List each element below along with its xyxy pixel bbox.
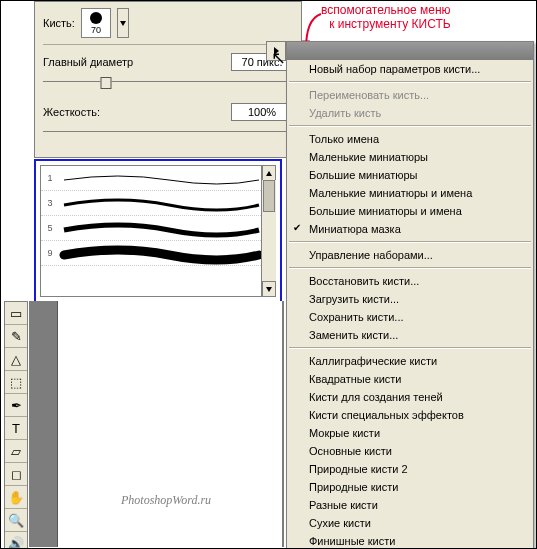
menu-item-lib[interactable]: Квадратные кисти bbox=[287, 370, 533, 388]
menu-item-load[interactable]: Загрузить кисти... bbox=[287, 290, 533, 308]
brush-set-box: 1 3 5 9 bbox=[34, 159, 282, 303]
menu-item-save[interactable]: Сохранить кисти... bbox=[287, 308, 533, 326]
tool-button[interactable]: ▭ bbox=[5, 302, 27, 325]
menu-item-replace[interactable]: Заменить кисти... bbox=[287, 326, 533, 344]
brush-size-number: 70 bbox=[91, 25, 101, 35]
hardness-slider[interactable] bbox=[43, 125, 293, 139]
tool-button[interactable]: ◻ bbox=[5, 463, 27, 486]
tool-button[interactable]: 🔍 bbox=[5, 509, 27, 532]
menu-item-view[interactable]: Большие миниатюры bbox=[287, 166, 533, 184]
brush-context-menu: Новый набор параметров кисти... Переимен… bbox=[286, 41, 534, 549]
tool-button[interactable]: ✒ bbox=[5, 394, 27, 417]
brush-options-panel: Кисть: 70 Главный диаметр 70 пикс. Жестк… bbox=[34, 1, 302, 158]
menu-item-lib[interactable]: Природные кисти 2 bbox=[287, 460, 533, 478]
diameter-label: Главный диаметр bbox=[43, 56, 231, 68]
watermark: PhotoshopWord.ru bbox=[121, 493, 211, 508]
tool-button[interactable]: △ bbox=[5, 348, 27, 371]
scroll-up-button[interactable] bbox=[262, 165, 276, 180]
chevron-up-icon bbox=[266, 171, 272, 176]
menu-item-view[interactable]: Маленькие миниатюры и имена bbox=[287, 184, 533, 202]
brush-row[interactable]: 1 bbox=[41, 166, 275, 191]
menu-item-lib[interactable]: Основные кисти bbox=[287, 442, 533, 460]
toolbox: ▭ ✎ △ ⬚ ✒ T ▱ ◻ ✋ 🔍 🔊 bbox=[4, 301, 28, 549]
brush-row[interactable]: 3 bbox=[41, 191, 275, 216]
scroll-thumb[interactable] bbox=[263, 180, 275, 212]
brush-row[interactable]: 9 bbox=[41, 241, 275, 266]
tool-button[interactable]: ▱ bbox=[5, 440, 27, 463]
menu-item-manage[interactable]: Управление наборами... bbox=[287, 246, 533, 264]
menu-item-view[interactable]: Большие миниатюры и имена bbox=[287, 202, 533, 220]
menu-header bbox=[287, 42, 533, 60]
hardness-label: Жесткость: bbox=[43, 106, 231, 118]
menu-item-view[interactable]: Маленькие миниатюры bbox=[287, 148, 533, 166]
menu-item-view[interactable]: Только имена bbox=[287, 130, 533, 148]
brush-dot-icon bbox=[90, 12, 102, 24]
chevron-right-icon bbox=[274, 47, 279, 55]
annotation-red: вспомогательное меню к инструменту КИСТЬ bbox=[321, 3, 451, 31]
tool-button[interactable]: ✋ bbox=[5, 486, 27, 509]
brush-preview[interactable]: 70 bbox=[81, 8, 111, 38]
menu-item-lib[interactable]: Кисти для создания теней bbox=[287, 388, 533, 406]
flyout-menu-button[interactable] bbox=[266, 41, 286, 61]
chevron-down-icon bbox=[266, 287, 272, 292]
document-canvas[interactable] bbox=[57, 301, 282, 547]
tool-button[interactable]: T bbox=[5, 417, 27, 440]
menu-item-new-preset[interactable]: Новый набор параметров кисти... bbox=[287, 60, 533, 78]
scrollbar[interactable] bbox=[261, 165, 276, 297]
hardness-value[interactable]: 100% bbox=[231, 103, 293, 121]
brush-dropdown-button[interactable] bbox=[117, 8, 129, 38]
tool-button[interactable]: 🔊 bbox=[5, 532, 27, 549]
menu-item-lib[interactable]: Кисти специальных эффектов bbox=[287, 406, 533, 424]
brush-label: Кисть: bbox=[43, 17, 75, 29]
menu-item-lib[interactable]: Мокрые кисти bbox=[287, 424, 533, 442]
slider-thumb[interactable] bbox=[100, 77, 111, 89]
menu-item-lib[interactable]: Каллиграфические кисти bbox=[287, 352, 533, 370]
chevron-down-icon bbox=[120, 21, 126, 26]
menu-item-delete: Удалить кисть bbox=[287, 104, 533, 122]
menu-item-restore[interactable]: Восстановить кисти... bbox=[287, 272, 533, 290]
tool-button[interactable]: ✎ bbox=[5, 325, 27, 348]
menu-item-view[interactable]: Миниатюра мазка bbox=[287, 220, 533, 238]
menu-item-rename: Переименовать кисть... bbox=[287, 86, 533, 104]
brush-set-list[interactable]: 1 3 5 9 bbox=[40, 165, 276, 297]
menu-item-lib[interactable]: Природные кисти bbox=[287, 478, 533, 496]
diameter-slider[interactable] bbox=[43, 75, 293, 89]
brush-row[interactable]: 5 bbox=[41, 216, 275, 241]
menu-item-lib[interactable]: Финишные кисти bbox=[287, 532, 533, 549]
menu-item-lib[interactable]: Сухие кисти bbox=[287, 514, 533, 532]
tool-button[interactable]: ⬚ bbox=[5, 371, 27, 394]
menu-item-lib[interactable]: Разные кисти bbox=[287, 496, 533, 514]
scroll-down-button[interactable] bbox=[262, 281, 276, 297]
